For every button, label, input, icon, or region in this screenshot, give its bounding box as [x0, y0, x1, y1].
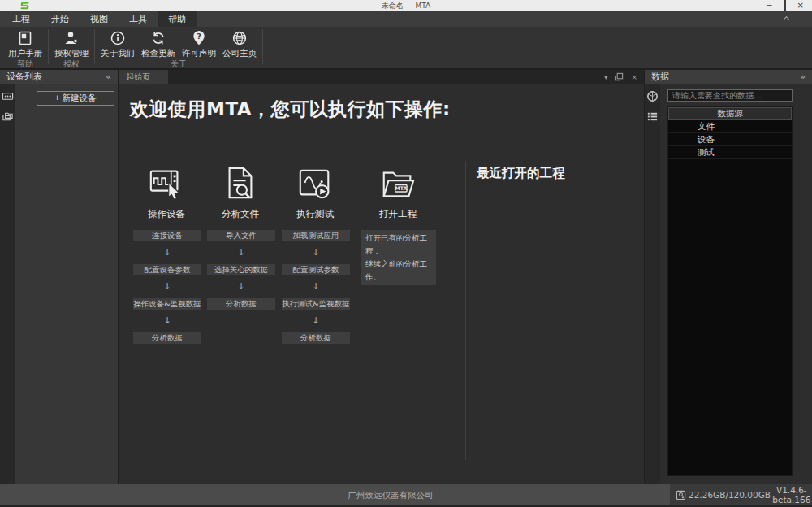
device-list-content: + 新建设备: [15, 84, 118, 484]
device-panel-toolbar: [0, 84, 15, 484]
ribbon-group-help: 用户手册 帮助: [5, 27, 45, 68]
flow-operate-device: 连接设备 ↓ 配置设备参数 ↓ 操作设备&监视数据 ↓ 分析数据: [130, 230, 205, 344]
question-pin-icon: ?: [191, 30, 207, 46]
down-arrow-icon: ↓: [237, 275, 244, 298]
menu-tab-help[interactable]: 帮助: [158, 11, 197, 27]
ribbon-group-label: 帮助: [5, 59, 45, 68]
ribbon-toolbar: 用户手册 帮助 授权管理 授权: [0, 27, 812, 70]
data-source-row-device[interactable]: 设备: [668, 133, 792, 146]
ribbon-group-about: 关于我们 检查更新 ? 许可声明: [97, 27, 260, 68]
ribbon-group-label: 关于: [97, 59, 260, 68]
ribbon-separator: [262, 29, 263, 64]
flow-step: 分析数据: [133, 332, 201, 344]
flow-open-project: 打开已有的分析工程， 继续之前的分析工作。: [361, 230, 436, 285]
ribbon-separator: [94, 29, 95, 64]
info-icon: [110, 30, 126, 46]
menu-bar: 工程 开始 视图 工具 帮助: [0, 11, 812, 27]
flow-step: 分析数据: [207, 298, 275, 310]
action-operate-device[interactable]: 操作设备: [130, 165, 203, 220]
data-panel: 数据 » 数据源: [645, 70, 812, 484]
flow-step: 加载测试应用: [282, 230, 350, 241]
tab-list-dropdown-icon[interactable]: ▾: [604, 73, 608, 81]
minimize-button[interactable]: −: [766, 0, 772, 11]
disk-icon: [676, 490, 686, 500]
action-open-project[interactable]: MTA 打开工程: [361, 165, 434, 220]
data-list-view-icon[interactable]: [646, 110, 659, 123]
device-list-header: 设备列表 «: [0, 70, 118, 84]
down-arrow-icon: ↓: [163, 241, 171, 264]
data-model-view-icon[interactable]: [646, 90, 659, 102]
down-arrow-icon: ↓: [312, 275, 319, 298]
globe-icon: [231, 30, 248, 46]
app-version: V1.4.6-beta.166: [771, 485, 812, 505]
welcome-heading: 欢迎使用MTA，您可以执行如下操作:: [130, 97, 451, 122]
ribbon-separator: [48, 29, 49, 64]
data-panel-header: 数据 »: [645, 70, 812, 84]
operate-device-icon: [148, 165, 185, 202]
down-arrow-icon: ↓: [163, 310, 171, 332]
action-label: 打开工程: [379, 208, 417, 220]
down-arrow-icon: ↓: [237, 241, 244, 264]
check-update-button[interactable]: 检查更新: [138, 30, 179, 59]
license-manager-button[interactable]: 授权管理: [51, 30, 92, 59]
manual-book-icon: [17, 30, 33, 46]
action-label: 执行测试: [296, 208, 334, 220]
company-homepage-button[interactable]: 公司主页: [219, 30, 260, 59]
ribbon-group-license: 授权管理 授权: [51, 27, 92, 68]
chevron-up-icon: [784, 16, 789, 22]
disk-usage-value: 22.26GB/120.00GB: [689, 490, 771, 500]
action-run-test[interactable]: 执行测试: [279, 165, 352, 220]
data-panel-toolbar: [645, 84, 660, 484]
menu-tab-view[interactable]: 视图: [80, 11, 119, 27]
data-panel-content: 数据源 文件 设备 测试: [660, 84, 812, 484]
menu-tab-start[interactable]: 开始: [41, 11, 80, 27]
collapse-right-panel-button[interactable]: »: [800, 72, 806, 82]
device-list-title: 设备列表: [6, 71, 42, 83]
tab-start-page[interactable]: 起始页: [119, 70, 168, 84]
flow-analyze-file: 导入文件 ↓ 选择关心的数据 ↓ 分析数据: [204, 230, 279, 310]
data-source-row-test[interactable]: 测试: [668, 146, 792, 159]
close-button[interactable]: ×: [797, 0, 804, 11]
title-bar: 未命名 — MTA − ×: [0, 0, 812, 11]
down-arrow-icon: ↓: [163, 275, 171, 298]
run-test-icon: [296, 165, 334, 202]
start-page: 欢迎使用MTA，您可以执行如下操作: 操作设备: [119, 84, 644, 484]
open-project-description: 打开已有的分析工程， 继续之前的分析工作。: [361, 230, 436, 285]
data-source-table: 数据源 文件 设备 测试: [667, 106, 793, 476]
restore-button[interactable]: [784, 0, 786, 11]
license-statement-button[interactable]: ? 许可声明: [179, 30, 219, 59]
device-group-view-icon[interactable]: [2, 110, 14, 123]
close-tab-icon[interactable]: ×: [631, 73, 637, 81]
main-panel: 起始页 ▾ × 欢迎使用MTA，您可以执行如下操作:: [119, 70, 644, 484]
ribbon-group-label: 授权: [51, 59, 92, 68]
company-name: 广州致远仪器有限公司: [325, 484, 456, 505]
open-project-folder-icon: MTA: [379, 165, 417, 202]
menu-tab-project[interactable]: 工程: [2, 11, 41, 27]
flow-step: 分析数据: [282, 332, 350, 344]
flow-step: 导入文件: [207, 230, 275, 241]
user-manual-button[interactable]: 用户手册: [5, 30, 45, 59]
float-window-icon[interactable]: [615, 72, 624, 81]
down-arrow-icon: ↓: [312, 241, 319, 264]
action-analyze-file[interactable]: 分析文件: [204, 165, 277, 220]
data-source-row-file[interactable]: 文件: [668, 120, 792, 133]
svg-text:?: ?: [197, 32, 201, 41]
flow-step: 选择关心的数据: [207, 264, 275, 275]
data-panel-title: 数据: [651, 71, 669, 83]
recent-projects-title: 最近打开的工程: [477, 165, 565, 182]
data-search-input[interactable]: [667, 89, 793, 102]
restore-icon: [784, 0, 786, 11]
flow-run-test: 加载测试应用 ↓ 配置测试参数 ↓ 执行测试&监视数据 ↓ 分析数据: [279, 230, 353, 344]
device-view-icon[interactable]: [2, 90, 14, 102]
flow-step: 操作设备&监视数据: [133, 298, 201, 310]
flow-step: 连接设备: [133, 230, 201, 241]
window-title: 未命名 — MTA: [0, 0, 812, 11]
collapse-left-panel-button[interactable]: «: [106, 72, 111, 82]
collapse-ribbon-button[interactable]: [784, 17, 789, 22]
disk-usage: 22.26GB/120.00GB: [670, 490, 771, 500]
about-us-button[interactable]: 关于我们: [97, 30, 138, 59]
data-source-header: 数据源: [668, 107, 792, 120]
analyze-file-icon: [222, 165, 259, 202]
menu-tab-tools[interactable]: 工具: [119, 11, 158, 27]
new-device-button[interactable]: + 新建设备: [37, 91, 114, 106]
